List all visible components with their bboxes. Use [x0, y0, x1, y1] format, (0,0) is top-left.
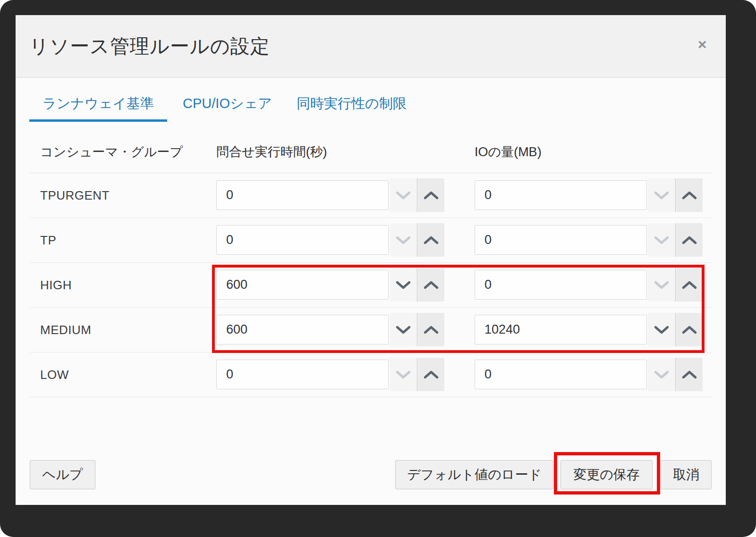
- chevron-down-icon: [395, 325, 411, 335]
- io-amount-decrement-button[interactable]: [648, 178, 676, 212]
- query-time-increment-button[interactable]: [418, 268, 444, 302]
- query-time-increment-button[interactable]: [418, 358, 444, 391]
- column-header-consumer-group: コンシューマ・グループ: [40, 142, 183, 163]
- row-label: HIGH: [40, 278, 72, 293]
- chevron-up-icon: [423, 190, 439, 201]
- io-amount-increment-button[interactable]: [676, 223, 703, 257]
- row-label: MEDIUM: [40, 323, 91, 337]
- consumer-group-table: TPURGENT TP: [30, 173, 712, 397]
- query-time-input[interactable]: [216, 180, 389, 210]
- query-time-input[interactable]: [216, 225, 389, 255]
- io-amount-decrement-button[interactable]: [648, 313, 676, 346]
- chevron-down-icon: [654, 280, 670, 290]
- query-time-decrement-button[interactable]: [390, 313, 417, 346]
- chevron-up-icon: [423, 235, 439, 245]
- chevron-up-icon: [681, 235, 697, 245]
- tab-runaway-criteria[interactable]: ランナウェイ基準: [29, 88, 167, 122]
- chevron-up-icon: [681, 325, 697, 335]
- tab-cpu-io-share[interactable]: CPU/IOシェア: [183, 88, 272, 122]
- io-amount-increment-button[interactable]: [676, 268, 703, 302]
- chevron-down-icon: [654, 369, 670, 380]
- close-icon[interactable]: ×: [692, 34, 713, 55]
- chevron-up-icon: [681, 190, 697, 201]
- query-time-decrement-button[interactable]: [390, 358, 417, 391]
- io-amount-increment-button[interactable]: [676, 358, 703, 391]
- row-label: TP: [40, 233, 56, 248]
- io-amount-increment-button[interactable]: [676, 178, 703, 212]
- chevron-down-icon: [395, 190, 411, 201]
- io-amount-decrement-button[interactable]: [648, 223, 676, 257]
- table-row-tp: TP: [30, 218, 712, 263]
- query-time-increment-button[interactable]: [418, 313, 444, 346]
- io-amount-increment-button[interactable]: [676, 313, 703, 346]
- query-time-increment-button[interactable]: [418, 178, 444, 212]
- query-time-decrement-button[interactable]: [390, 223, 417, 257]
- row-label: TPURGENT: [40, 188, 110, 203]
- chevron-up-icon: [681, 369, 697, 380]
- table-row-tpurgent: TPURGENT: [30, 173, 712, 218]
- query-time-increment-button[interactable]: [418, 223, 444, 257]
- tab-concurrency-limit[interactable]: 同時実行性の制限: [297, 88, 407, 122]
- query-time-decrement-button[interactable]: [390, 178, 417, 212]
- io-amount-input[interactable]: [475, 225, 647, 255]
- dialog-title: リソース管理ルールの設定: [29, 15, 270, 78]
- dialog-header: リソース管理ルールの設定 ×: [16, 15, 726, 78]
- load-defaults-button[interactable]: デフォルト値のロード: [395, 460, 553, 489]
- table-row-low: LOW: [30, 352, 712, 397]
- column-header-io-amount: IOの量(MB): [475, 142, 542, 163]
- io-amount-decrement-button[interactable]: [648, 358, 676, 391]
- query-time-input[interactable]: [216, 270, 389, 300]
- chevron-down-icon: [654, 235, 670, 245]
- table-column-headers: コンシューマ・グループ 問合せ実行時間(秒) IOの量(MB): [16, 142, 726, 163]
- save-changes-button[interactable]: 変更の保存: [561, 460, 653, 489]
- query-time-decrement-button[interactable]: [390, 268, 417, 302]
- help-button[interactable]: ヘルプ: [30, 460, 95, 489]
- chevron-down-icon: [395, 369, 411, 380]
- resource-rules-dialog: リソース管理ルールの設定 × ランナウェイ基準 CPU/IOシェア 同時実行性の…: [16, 15, 726, 505]
- tab-bar: ランナウェイ基準 CPU/IOシェア 同時実行性の制限: [29, 88, 407, 122]
- chevron-up-icon: [423, 325, 439, 335]
- chevron-down-icon: [654, 325, 670, 335]
- chevron-up-icon: [423, 369, 439, 380]
- query-time-input[interactable]: [216, 360, 389, 389]
- chevron-up-icon: [423, 280, 439, 290]
- io-amount-input[interactable]: [475, 360, 647, 389]
- io-amount-decrement-button[interactable]: [648, 268, 676, 302]
- io-amount-input[interactable]: [475, 180, 647, 210]
- row-label: LOW: [40, 368, 69, 382]
- table-row-medium: MEDIUM: [30, 308, 712, 352]
- chevron-up-icon: [681, 280, 697, 290]
- io-amount-input[interactable]: [475, 270, 647, 300]
- column-header-query-time: 問合せ実行時間(秒): [216, 142, 327, 163]
- query-time-input[interactable]: [216, 315, 389, 344]
- cancel-button[interactable]: 取消: [661, 460, 712, 489]
- chevron-down-icon: [395, 235, 411, 245]
- chevron-down-icon: [654, 190, 670, 201]
- screenshot-frame: リソース管理ルールの設定 × ランナウェイ基準 CPU/IOシェア 同時実行性の…: [0, 0, 756, 537]
- table-row-high: HIGH: [30, 263, 712, 308]
- io-amount-input[interactable]: [475, 315, 647, 344]
- chevron-down-icon: [395, 280, 411, 290]
